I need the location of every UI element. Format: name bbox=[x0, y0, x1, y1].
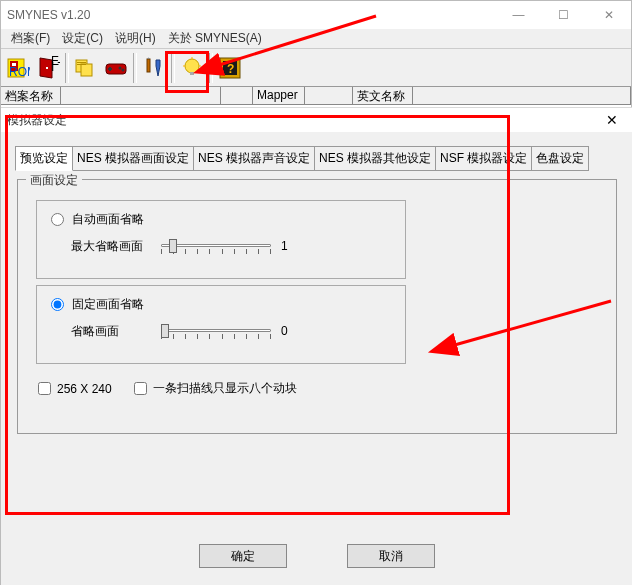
settings-dialog: 模拟器设定 ✕ 预览设定 NES 模拟器画面设定 NES 模拟器声音设定 NES… bbox=[1, 107, 632, 585]
svg-rect-8 bbox=[81, 64, 92, 76]
group-title: 画面设定 bbox=[26, 172, 82, 189]
check-8sprites-label: 一条扫描线只显示八个动块 bbox=[153, 380, 297, 397]
tab-nsf[interactable]: NSF 模拟器设定 bbox=[435, 146, 532, 171]
svg-point-17 bbox=[185, 59, 199, 73]
col-7[interactable] bbox=[413, 87, 631, 104]
menubar: 档案(F) 设定(C) 说明(H) 关於 SMYNES(A) bbox=[1, 29, 631, 49]
tab-strip: 预览设定 NES 模拟器画面设定 NES 模拟器声音设定 NES 模拟器其他设定… bbox=[15, 146, 619, 171]
col-english-name[interactable]: 英文名称 bbox=[353, 87, 413, 104]
maximize-button[interactable]: ☐ bbox=[541, 1, 586, 29]
ok-button[interactable]: 确定 bbox=[199, 544, 287, 568]
playlist-icon[interactable] bbox=[71, 51, 101, 85]
dialog-title: 模拟器设定 bbox=[7, 112, 597, 129]
toolbar-separator bbox=[133, 53, 137, 83]
svg-rect-18 bbox=[190, 72, 194, 75]
tab-preview[interactable]: 预览设定 bbox=[15, 146, 73, 171]
auto-skip-value: 1 bbox=[281, 239, 288, 253]
rom-icon[interactable]: ROM bbox=[3, 51, 33, 85]
toolbar-separator bbox=[65, 53, 69, 83]
menu-file[interactable]: 档案(F) bbox=[5, 28, 56, 49]
dialog-titlebar: 模拟器设定 ✕ bbox=[1, 108, 632, 132]
close-button[interactable]: ✕ bbox=[586, 1, 631, 29]
svg-text:?: ? bbox=[227, 62, 234, 76]
svg-point-15 bbox=[122, 68, 125, 71]
fixed-skip-slider[interactable] bbox=[161, 321, 271, 341]
main-titlebar: SMYNES v1.20 — ☐ ✕ bbox=[1, 1, 631, 29]
fixed-skip-sublabel: 省略画面 bbox=[51, 323, 161, 340]
svg-rect-4 bbox=[46, 67, 48, 69]
main-window: SMYNES v1.20 — ☐ ✕ 档案(F) 设定(C) 说明(H) 关於 … bbox=[0, 0, 632, 585]
svg-text:ROM: ROM bbox=[9, 65, 30, 79]
auto-skip-slider[interactable] bbox=[161, 236, 271, 256]
tab-audio[interactable]: NES 模拟器声音设定 bbox=[193, 146, 315, 171]
col-2[interactable] bbox=[61, 87, 221, 104]
check-8sprites-input[interactable] bbox=[134, 382, 147, 395]
menu-help[interactable]: 说明(H) bbox=[109, 28, 162, 49]
svg-rect-9 bbox=[77, 62, 86, 63]
controller-icon[interactable] bbox=[101, 51, 131, 85]
help-icon[interactable]: ? bbox=[215, 51, 245, 85]
check-8sprites[interactable]: 一条扫描线只显示八个动块 bbox=[134, 380, 297, 397]
svg-point-14 bbox=[119, 66, 122, 69]
lightbulb-icon[interactable] bbox=[177, 51, 207, 85]
tab-other[interactable]: NES 模拟器其他设定 bbox=[314, 146, 436, 171]
auto-skip-sublabel: 最大省略画面 bbox=[51, 238, 161, 255]
col-3[interactable] bbox=[221, 87, 253, 104]
auto-skip-label: 自动画面省略 bbox=[72, 211, 144, 228]
auto-skip-block: 自动画面省略 最大省略画面 1 bbox=[36, 200, 406, 279]
toolbar-separator bbox=[209, 53, 213, 83]
video-group: 画面设定 自动画面省略 最大省略画面 bbox=[17, 179, 617, 434]
check-256x240[interactable]: 256 X 240 bbox=[38, 382, 112, 396]
menu-settings[interactable]: 设定(C) bbox=[56, 28, 109, 49]
col-mapper[interactable]: Mapper bbox=[253, 87, 305, 104]
tab-video[interactable]: NES 模拟器画面设定 bbox=[72, 146, 194, 171]
fixed-skip-label: 固定画面省略 bbox=[72, 296, 144, 313]
toolbar-separator bbox=[171, 53, 175, 83]
toolbar: ROM E XI T ? bbox=[1, 49, 631, 87]
column-headers: 档案名称 Mapper 英文名称 bbox=[1, 87, 631, 105]
window-title: SMYNES v1.20 bbox=[7, 8, 496, 22]
exit-icon[interactable]: E XI T bbox=[33, 51, 63, 85]
cancel-button[interactable]: 取消 bbox=[347, 544, 435, 568]
fixed-skip-block: 固定画面省略 省略画面 0 bbox=[36, 285, 406, 364]
dialog-close-button[interactable]: ✕ bbox=[597, 110, 627, 130]
menu-about[interactable]: 关於 SMYNES(A) bbox=[162, 28, 268, 49]
dialog-body: 预览设定 NES 模拟器画面设定 NES 模拟器声音设定 NES 模拟器其他设定… bbox=[1, 132, 632, 585]
tools-icon[interactable] bbox=[139, 51, 169, 85]
window-controls: — ☐ ✕ bbox=[496, 1, 631, 29]
checkbox-row: 256 X 240 一条扫描线只显示八个动块 bbox=[38, 380, 596, 397]
fixed-skip-radio[interactable] bbox=[51, 298, 64, 311]
minimize-button[interactable]: — bbox=[496, 1, 541, 29]
svg-rect-10 bbox=[77, 64, 86, 65]
check-256x240-input[interactable] bbox=[38, 382, 51, 395]
fixed-skip-value: 0 bbox=[281, 324, 288, 338]
col-filename[interactable]: 档案名称 bbox=[1, 87, 61, 104]
svg-rect-16 bbox=[147, 59, 150, 72]
tab-palette[interactable]: 色盘设定 bbox=[531, 146, 589, 171]
dialog-buttons: 确定 取消 bbox=[1, 544, 632, 568]
auto-skip-radio[interactable] bbox=[51, 213, 64, 226]
col-5[interactable] bbox=[305, 87, 353, 104]
check-256x240-label: 256 X 240 bbox=[57, 382, 112, 396]
svg-text:I T: I T bbox=[51, 60, 60, 74]
svg-rect-13 bbox=[108, 68, 112, 70]
